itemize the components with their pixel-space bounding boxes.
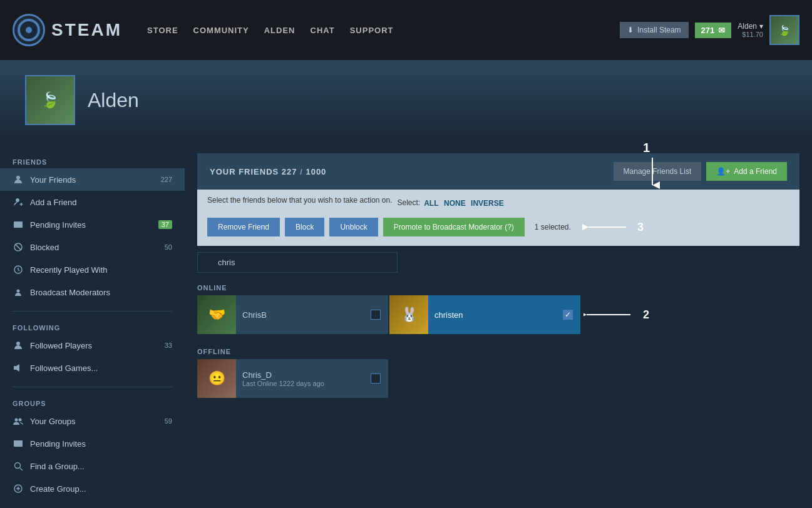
recently-played-label: Recently Played With: [30, 265, 172, 275]
sidebar-item-your-groups[interactable]: Your Groups 59: [0, 410, 185, 432]
select-none-link[interactable]: NONE: [444, 199, 466, 208]
profile-avatar-image: 🍃: [26, 76, 74, 124]
followed-players-label: Followed Players: [30, 341, 158, 350]
find-group-label: Find a Group...: [30, 462, 172, 471]
block-icon: [13, 241, 24, 253]
sidebar-item-followed-players[interactable]: Followed Players 33: [0, 334, 185, 357]
sidebar-item-recently-played[interactable]: Recently Played With: [0, 258, 185, 281]
friend-card-christen[interactable]: 🐰 christen 2: [389, 295, 580, 334]
search-wrapper: 🔍: [197, 252, 398, 273]
friends-title: YOUR FRIENDS 227 / 1000: [210, 167, 326, 176]
friend-avatar-christen: 🐰: [389, 295, 428, 334]
friend-card-chris-d[interactable]: 😐 Chris_D Last Online 1222 days ago: [197, 359, 388, 398]
promote-button[interactable]: Promote to Broadcast Moderator (?): [383, 218, 525, 236]
online-friends-grid: 🤝 ChrisB 🐰 christen: [197, 295, 799, 334]
manage-friends-list-button[interactable]: Manage Friends List: [614, 162, 702, 181]
sidebar-item-broadcast-moderators[interactable]: Broadcast Moderators: [0, 281, 185, 303]
profile-avatar[interactable]: 🍃: [25, 75, 75, 125]
friends-count: 227: [282, 167, 297, 176]
chris-d-checkbox[interactable]: [371, 373, 381, 384]
your-friends-label: Your Friends: [30, 175, 155, 185]
svg-point-9: [16, 342, 20, 345]
christen-checkbox[interactable]: [563, 310, 573, 320]
main-content: FRIENDS Your Friends 227 Add a Friend Pe…: [0, 141, 812, 508]
profile-banner: 🍃 Alden: [0, 60, 812, 141]
nav-left: STEAM STORE COMMUNITY ALDEN CHAT SUPPORT: [13, 14, 394, 46]
friend-avatar-chrisb: 🤝: [197, 295, 236, 334]
select-all-link[interactable]: ALL: [424, 199, 438, 208]
sidebar-item-followed-games[interactable]: Followed Games...: [0, 357, 185, 379]
action-bar-text: Select the friends below that you wish t…: [207, 196, 393, 205]
select-inverse-link[interactable]: INVERSE: [471, 199, 504, 208]
friend-avatar-chris-d: 😐: [197, 359, 236, 398]
online-section-label: ONLINE: [197, 279, 799, 295]
user-avatar-small[interactable]: 🍃: [769, 15, 799, 45]
create-group-icon: [13, 483, 24, 494]
nav-community[interactable]: COMMUNITY: [193, 26, 249, 35]
chris-d-sublabel: Last Online 1222 days ago: [242, 380, 357, 387]
add-friend-button[interactable]: 👤+ Add a Friend: [706, 162, 787, 181]
remove-friend-button[interactable]: Remove Friend: [207, 218, 280, 236]
followed-games-label: Followed Games...: [30, 363, 172, 373]
add-person-icon: [13, 196, 24, 208]
chris-d-checkbox-area[interactable]: [363, 359, 388, 398]
followed-players-count: 33: [165, 342, 172, 349]
chrisb-checkbox-area[interactable]: [363, 295, 388, 334]
username-text: Alden: [737, 22, 757, 31]
sidebar-item-create-group[interactable]: Create Group...: [0, 477, 185, 500]
avatar-image: 🍃: [771, 16, 798, 44]
nav-chat[interactable]: CHAT: [311, 26, 335, 35]
install-steam-button[interactable]: ⬇ Install Steam: [620, 22, 688, 38]
nav-support[interactable]: SUPPORT: [350, 26, 394, 35]
svg-point-8: [17, 290, 20, 293]
person-icon: [13, 174, 24, 185]
sidebar-item-blocked[interactable]: Blocked 50: [0, 236, 185, 258]
friends-section-label: FRIENDS: [0, 153, 185, 168]
svg-line-6: [15, 244, 21, 250]
annotation-2-arrow: [583, 305, 634, 324]
logo-circle: [13, 14, 45, 46]
christen-checkbox-area[interactable]: [555, 295, 580, 334]
envelope-icon: ✉: [718, 26, 725, 35]
content-area: 1 YOUR FRIENDS 227 / 1000 Manage Friends…: [185, 141, 812, 508]
block-button[interactable]: Block: [285, 218, 324, 236]
steam-logo[interactable]: STEAM: [13, 14, 122, 46]
nav-alden[interactable]: ALDEN: [264, 26, 296, 35]
envelope-icon: [13, 219, 24, 230]
unblock-button[interactable]: Unblock: [329, 218, 378, 236]
friend-card-chrisb[interactable]: 🤝 ChrisB: [197, 295, 388, 334]
sidebar-item-your-friends[interactable]: Your Friends 227: [0, 168, 185, 191]
groups-section-label: GROUPS: [0, 395, 185, 410]
notification-badge[interactable]: 271 ✉: [695, 23, 732, 38]
nav-right: ⬇ Install Steam 271 ✉ Alden ▾ $11.70 🍃: [620, 15, 799, 45]
pending-invites-label: Pending Invites: [30, 220, 152, 230]
add-friend-label: Add a Friend: [734, 167, 777, 176]
sidebar-item-groups-pending[interactable]: Pending Invites: [0, 432, 185, 455]
friend-name-chris-d: Chris_D: [242, 370, 357, 380]
sidebar-item-pending-invites[interactable]: Pending Invites 37: [0, 213, 185, 236]
steam-wordmark: STEAM: [51, 20, 122, 40]
create-group-label: Create Group...: [30, 484, 172, 494]
username-display[interactable]: Alden ▾: [737, 22, 763, 31]
annotation-label-3: 3: [637, 221, 644, 234]
find-group-icon: [13, 460, 24, 472]
sidebar-item-add-friend[interactable]: Add a Friend: [0, 191, 185, 213]
friend-search-input[interactable]: [197, 252, 398, 273]
friends-title-text: YOUR FRIENDS: [210, 167, 279, 176]
friend-name-christen: christen: [428, 310, 555, 320]
chrisb-checkbox[interactable]: [371, 310, 381, 320]
speaker-icon: [13, 362, 24, 373]
sidebar-divider-2: [13, 387, 172, 387]
clock-icon: [13, 264, 24, 275]
blocked-label: Blocked: [30, 243, 158, 252]
annotation-label-2: 2: [643, 308, 649, 322]
friends-header: YOUR FRIENDS 227 / 1000 Manage Friends L…: [197, 153, 799, 190]
blocked-count: 50: [165, 243, 172, 251]
svg-rect-10: [14, 366, 16, 370]
svg-point-1: [16, 198, 19, 202]
sidebar-item-find-group[interactable]: Find a Group...: [0, 455, 185, 477]
groups-envelope-icon: [13, 438, 24, 449]
nav-store[interactable]: STORE: [147, 26, 178, 35]
broadcast-moderators-label: Broadcast Moderators: [30, 288, 172, 297]
sidebar: FRIENDS Your Friends 227 Add a Friend Pe…: [0, 141, 185, 508]
